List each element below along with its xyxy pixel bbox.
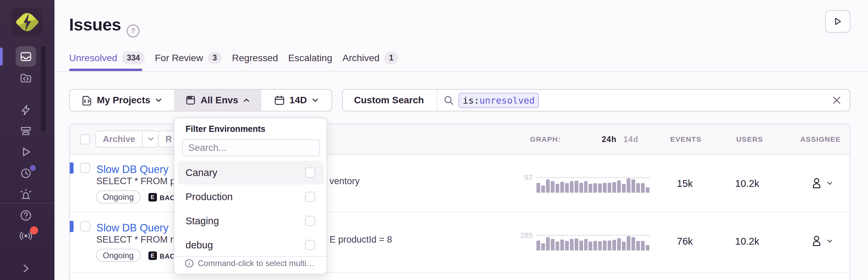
page-title: Issues (69, 15, 121, 35)
whats-new-notification-dot (30, 226, 38, 234)
tab-count-badge: 1 (384, 52, 398, 64)
issue-title-link[interactable]: Slow DB Query (96, 222, 168, 234)
chevron-down-icon (826, 238, 833, 244)
archive-button-label: Archive (96, 134, 142, 144)
search-bar-divider (437, 90, 437, 111)
status-badge: Ongoing (96, 249, 141, 262)
env-option-label: Staging (186, 215, 219, 227)
issues-page: Issues ? Unresolved 334 For Review 3 Reg… (0, 0, 868, 280)
tab-unresolved[interactable]: Unresolved 334 (69, 52, 145, 64)
calendar-icon (274, 95, 285, 106)
releases-notification-dot (30, 165, 36, 171)
project-avatar: E (148, 251, 157, 260)
chevron-down-icon (147, 135, 155, 143)
tab-regressed[interactable]: Regressed (232, 53, 278, 64)
row-checkbox[interactable] (80, 163, 90, 173)
alerts-siren-icon[interactable] (20, 188, 32, 200)
sidebar-divider (0, 203, 54, 204)
chevron-down-icon (155, 97, 162, 104)
clear-search-icon[interactable] (832, 95, 841, 105)
page-help-icon[interactable]: ? (127, 24, 140, 37)
issue-subtitle-right: E productId = 8 (329, 234, 392, 245)
environments-filter-label: All Envs (200, 95, 238, 106)
env-option-production[interactable]: Production (178, 185, 324, 209)
issue-state-tabs: Unresolved 334 For Review 3 Regressed Es… (69, 52, 398, 64)
custom-search-button[interactable]: Custom Search (343, 95, 437, 106)
graph-range-24h-toggle[interactable]: 24h (602, 135, 617, 144)
chevron-down-icon (311, 97, 319, 104)
project-name-partial: BAC (160, 194, 175, 202)
issue-subtitle-left: SELECT * FROM re (96, 234, 178, 245)
users-count: 10.2k (727, 178, 768, 189)
play-icon (833, 17, 842, 26)
projects-filter-button[interactable]: My Projects (70, 90, 174, 111)
page-filter-bar: My Projects All Envs 14D (69, 89, 332, 111)
projects-filter-label: My Projects (97, 95, 150, 106)
environments-dropdown: Filter Environments Canary Production St… (174, 118, 327, 275)
tab-label: For Review (155, 53, 203, 64)
env-option-checkbox[interactable] (305, 216, 315, 226)
status-badge: Ongoing (96, 190, 141, 204)
active-tab-underline (69, 69, 142, 71)
env-option-checkbox[interactable] (305, 168, 315, 178)
tabs-bottom-border (54, 71, 868, 72)
date-range-filter-button[interactable]: 14D (261, 90, 332, 111)
environments-filter-button[interactable]: All Envs (174, 90, 261, 111)
tab-label: Regressed (232, 53, 278, 64)
date-range-label: 14D (289, 95, 307, 106)
column-events-label: EVENTS (670, 135, 702, 143)
env-option-label: Production (186, 191, 233, 203)
env-option-staging[interactable]: Staging (178, 209, 324, 233)
environments-dropdown-title: Filter Environments (186, 124, 266, 134)
select-all-checkbox[interactable] (80, 134, 90, 144)
issue-title-link[interactable]: Slow DB Query (96, 163, 168, 176)
tab-archived[interactable]: Archived 1 (342, 52, 398, 64)
events-sparkline-chart (536, 236, 649, 250)
unread-indicator-bar (70, 162, 74, 174)
archive-split-button[interactable]: Archive (95, 130, 160, 147)
assignee-selector[interactable] (810, 177, 833, 190)
row-checkbox[interactable] (80, 221, 90, 231)
graph-max-label: 57 (510, 173, 533, 182)
dropdown-footer: Command-click to select multi… (185, 259, 315, 268)
column-users-label: USERS (736, 135, 763, 143)
issue-subtitle-left: SELECT * FROM p (96, 176, 175, 187)
sentry-logo-icon[interactable] (15, 11, 39, 34)
assignee-selector[interactable] (810, 234, 833, 247)
project-name-partial: BAC (160, 252, 175, 260)
env-option-canary[interactable]: Canary (178, 161, 324, 185)
search-query-token[interactable]: is:unresolved (459, 93, 539, 108)
archive-dropdown-toggle[interactable] (142, 131, 159, 147)
sidebar-scrollbar[interactable] (41, 46, 46, 132)
projects-icon (81, 95, 92, 106)
lightning-icon[interactable] (20, 104, 32, 116)
chevron-up-icon (243, 97, 250, 104)
replays-play-icon[interactable] (20, 146, 32, 158)
tab-for-review[interactable]: For Review 3 (155, 52, 222, 64)
chevron-down-icon (826, 180, 833, 187)
graph-max-label: 285 (510, 231, 533, 240)
issues-inbox-icon[interactable] (20, 50, 32, 63)
column-assignee-label: ASSIGNEE (800, 135, 841, 143)
environments-window-icon (185, 95, 196, 106)
unread-indicator-bar (70, 221, 74, 232)
environments-search-input[interactable] (182, 139, 320, 156)
env-option-checkbox[interactable] (305, 192, 315, 202)
env-option-debug[interactable]: debug (178, 233, 324, 257)
replay-tour-button[interactable] (825, 10, 850, 33)
insights-press-icon[interactable] (20, 125, 32, 137)
env-option-checkbox[interactable] (305, 240, 315, 250)
collapse-chevron-icon[interactable] (20, 262, 32, 275)
users-count: 10.2k (727, 236, 768, 247)
token-value: unresolved (479, 95, 535, 106)
tab-escalating[interactable]: Escalating (288, 53, 332, 64)
events-count: 76k (664, 236, 705, 247)
active-nav-accent (0, 48, 3, 66)
explore-code-folder-icon[interactable] (20, 72, 32, 84)
tab-label: Unresolved (69, 53, 117, 64)
help-question-icon[interactable] (20, 209, 32, 222)
info-icon (185, 259, 194, 268)
project-avatar: E (148, 193, 157, 202)
graph-range-14d-toggle[interactable]: 14d (624, 135, 639, 144)
tab-label: Escalating (288, 53, 332, 64)
